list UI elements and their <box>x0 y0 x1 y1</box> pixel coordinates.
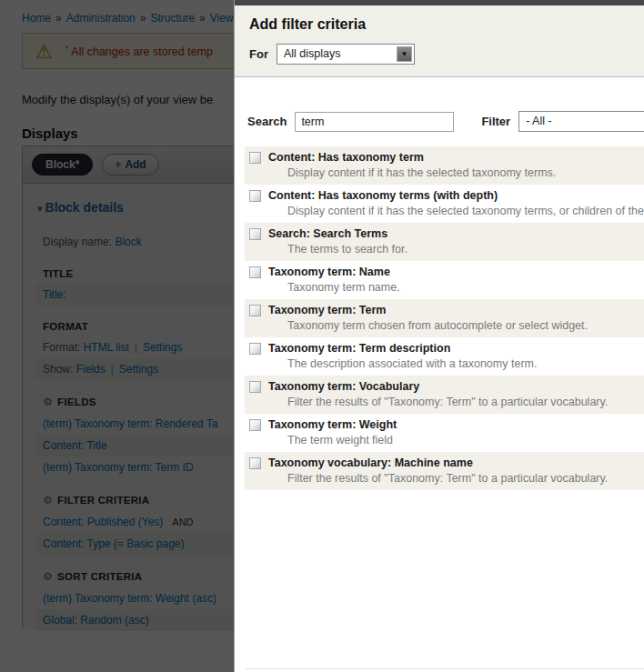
search-label: Search <box>247 115 287 128</box>
filter-option-description: Taxonomy term name. <box>287 281 400 295</box>
filter-option-description: Display content if it has the selected t… <box>287 166 556 180</box>
filter-option-description: The term weight field <box>287 434 397 447</box>
filter-option-title: Search: Search Terms <box>268 226 408 241</box>
filter-option-row[interactable]: Taxonomy term: VocabularyFilter the resu… <box>245 376 644 414</box>
filter-option-title: Taxonomy term: Vocabulary <box>268 379 608 394</box>
filter-option-row[interactable]: Taxonomy term: WeightThe term weight fie… <box>245 414 644 452</box>
filter-option-title: Content: Has taxonomy terms (with depth) <box>268 188 644 203</box>
filter-option-description: The terms to search for. <box>287 243 408 256</box>
filter-option-text: Taxonomy term: TermTaxonomy term chosen … <box>268 303 588 333</box>
filter-option-title: Taxonomy vocabulary: Machine name <box>268 456 608 470</box>
filter-select-value: - All - <box>526 115 551 127</box>
filter-option-title: Taxonomy term: Term <box>268 303 588 317</box>
filter-option-row[interactable]: Taxonomy vocabulary: Machine nameFilter … <box>245 452 644 490</box>
checkbox[interactable] <box>249 152 261 164</box>
filter-option-row[interactable]: Content: Has taxonomy terms (with depth)… <box>245 185 644 223</box>
filter-option-row[interactable]: Taxonomy term: Term descriptionThe descr… <box>245 337 644 376</box>
checkbox[interactable] <box>249 305 261 316</box>
chevron-down-icon: ▼ <box>397 46 412 62</box>
filter-option-text: Taxonomy term: WeightThe term weight fie… <box>268 417 397 447</box>
filter-option-text: Taxonomy term: VocabularyFilter the resu… <box>268 379 608 409</box>
filter-option-text: Taxonomy term: NameTaxonomy term name. <box>268 265 400 295</box>
modal-title: Add filter criteria <box>249 16 638 33</box>
filter-option-text: Taxonomy term: Term descriptionThe descr… <box>268 341 537 371</box>
filter-options-list: Content: Has taxonomy termDisplay conten… <box>245 146 644 490</box>
filter-option-description: Display content if it has the selected t… <box>287 205 644 218</box>
filter-option-row[interactable]: Taxonomy term: NameTaxonomy term name. <box>245 261 644 299</box>
modal-bottom-edge <box>246 668 644 669</box>
for-select-value: All displays <box>284 47 341 60</box>
for-label: For <box>249 47 268 61</box>
modal-body: Search Filter - All - ▼ Content: Has tax… <box>235 111 644 490</box>
for-row: For All displays ▼ <box>249 44 638 65</box>
filter-option-row[interactable]: Search: Search TermsThe terms to search … <box>245 223 644 261</box>
filter-option-title: Content: Has taxonomy term <box>268 150 556 165</box>
checkbox[interactable] <box>249 457 261 469</box>
checkbox[interactable] <box>249 228 261 240</box>
checkbox[interactable] <box>249 419 261 431</box>
for-display-select[interactable]: All displays ▼ <box>277 44 415 65</box>
filter-group-select[interactable]: - All - ▼ <box>518 111 644 132</box>
search-input[interactable] <box>295 112 454 132</box>
filter-option-description: Taxonomy term chosen from autocomplete o… <box>287 319 588 333</box>
filter-option-text: Content: Has taxonomy terms (with depth)… <box>268 188 644 218</box>
filter-option-description: Filter the results of "Taxonomy: Term" t… <box>287 472 608 486</box>
filter-option-description: The description associated with a taxono… <box>287 357 537 371</box>
filter-option-title: Taxonomy term: Weight <box>268 417 397 432</box>
filter-option-row[interactable]: Taxonomy term: TermTaxonomy term chosen … <box>245 299 644 337</box>
checkbox[interactable] <box>249 381 261 393</box>
filter-option-text: Search: Search TermsThe terms to search … <box>268 226 408 256</box>
checkbox[interactable] <box>249 190 261 202</box>
filter-option-text: Content: Has taxonomy termDisplay conten… <box>268 150 556 180</box>
checkbox[interactable] <box>249 343 261 355</box>
add-filter-criteria-modal: Add filter criteria For All displays ▼ S… <box>234 0 644 672</box>
search-row: Search Filter - All - ▼ <box>235 111 644 132</box>
checkbox[interactable] <box>249 266 261 278</box>
filter-option-title: Taxonomy term: Name <box>268 265 400 279</box>
filter-option-title: Taxonomy term: Term description <box>268 341 537 356</box>
modal-header: Add filter criteria For All displays ▼ <box>235 5 644 77</box>
filter-option-row[interactable]: Content: Has taxonomy termDisplay conten… <box>245 146 644 185</box>
filter-label: Filter <box>481 115 510 128</box>
filter-option-text: Taxonomy vocabulary: Machine nameFilter … <box>268 456 608 486</box>
filter-option-description: Filter the results of "Taxonomy: Term" t… <box>287 396 608 409</box>
